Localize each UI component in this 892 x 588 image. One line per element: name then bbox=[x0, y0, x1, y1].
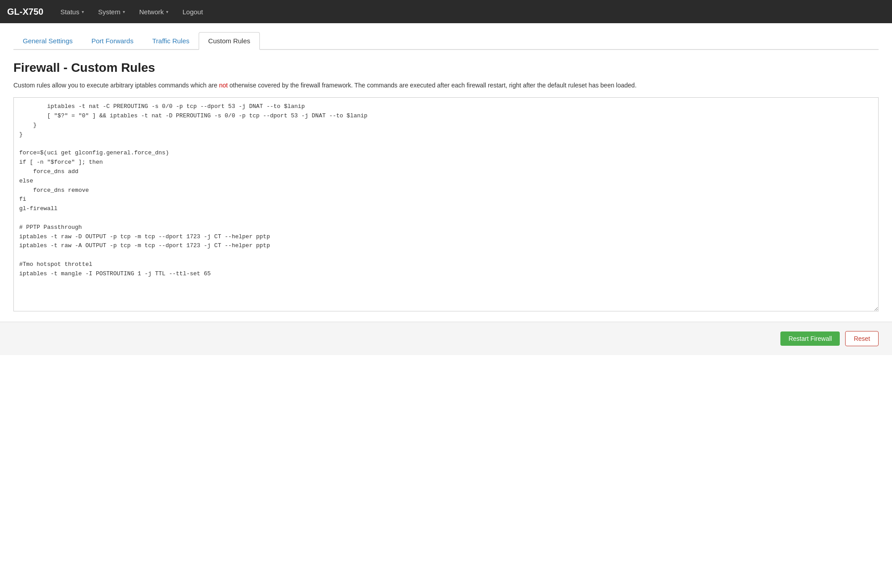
tab-port-forwards[interactable]: Port Forwards bbox=[82, 32, 143, 50]
main-container: General Settings Port Forwards Traffic R… bbox=[0, 23, 892, 322]
page-title: Firewall - Custom Rules bbox=[13, 61, 879, 75]
action-bar: Restart Firewall Reset bbox=[0, 322, 892, 355]
brand-logo: GL-X750 bbox=[7, 7, 43, 17]
page-description: Custom rules allow you to execute arbitr… bbox=[13, 80, 879, 90]
restart-firewall-button[interactable]: Restart Firewall bbox=[780, 331, 840, 346]
nav-menu: Status ▾ System ▾ Network ▾ Logout bbox=[54, 4, 209, 19]
tab-general-settings[interactable]: General Settings bbox=[13, 32, 82, 50]
nav-item-network[interactable]: Network ▾ bbox=[133, 4, 175, 19]
nav-item-logout[interactable]: Logout bbox=[176, 4, 209, 19]
tab-traffic-rules[interactable]: Traffic Rules bbox=[143, 32, 199, 50]
nav-logout-label: Logout bbox=[183, 8, 203, 16]
reset-button[interactable]: Reset bbox=[845, 331, 879, 346]
nav-item-system[interactable]: System ▾ bbox=[92, 4, 131, 19]
description-highlight: not bbox=[219, 82, 228, 89]
description-part2: otherwise covered by the firewall framew… bbox=[228, 82, 637, 89]
nav-network-label: Network bbox=[139, 8, 164, 16]
nav-status-label: Status bbox=[60, 8, 79, 16]
nav-item-status[interactable]: Status ▾ bbox=[54, 4, 90, 19]
status-dropdown-icon: ▾ bbox=[82, 9, 84, 14]
nav-system-label: System bbox=[98, 8, 121, 16]
network-dropdown-icon: ▾ bbox=[166, 9, 168, 14]
custom-rules-editor[interactable] bbox=[13, 97, 879, 311]
tab-custom-rules[interactable]: Custom Rules bbox=[199, 32, 259, 50]
description-part1: Custom rules allow you to execute arbitr… bbox=[13, 82, 219, 89]
tab-bar: General Settings Port Forwards Traffic R… bbox=[13, 32, 879, 50]
system-dropdown-icon: ▾ bbox=[123, 9, 125, 14]
navbar: GL-X750 Status ▾ System ▾ Network ▾ Logo… bbox=[0, 0, 892, 23]
